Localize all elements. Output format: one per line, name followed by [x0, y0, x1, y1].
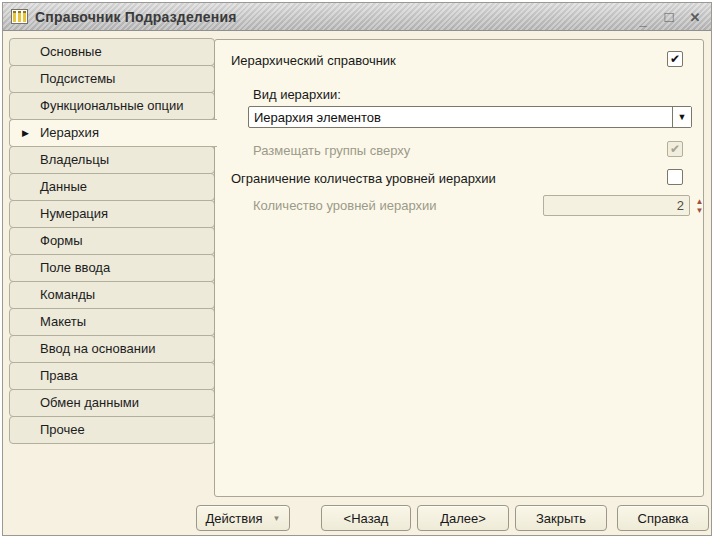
tab-podsistemy[interactable]: Подсистемы — [9, 65, 215, 93]
groups-on-top-label: Размещать группы сверху — [253, 143, 410, 158]
tab-prochee[interactable]: Прочее — [9, 416, 215, 444]
actions-dropdown-icon: ▼ — [273, 514, 281, 523]
next-button[interactable]: Далее> — [417, 505, 509, 531]
hierarchy-kind-label: Вид иерархии: — [253, 87, 341, 102]
levels-count-label: Количество уровней иерархии — [253, 198, 437, 213]
tab-ierarhiya[interactable]: ▶ Иерархия — [9, 119, 217, 147]
dialog-window: Справочник Подразделения _ □ ✕ Основные … — [2, 2, 712, 536]
tab-formy[interactable]: Формы — [9, 227, 215, 255]
window-title: Справочник Подразделения — [35, 9, 237, 25]
help-button[interactable]: Справка — [617, 505, 709, 531]
actions-button[interactable]: Действия ▼ — [196, 505, 290, 531]
limit-levels-checkbox[interactable] — [667, 169, 683, 185]
tab-vladelcy[interactable]: Владельцы — [9, 146, 215, 174]
maximize-icon[interactable]: □ — [661, 9, 677, 25]
hierarchy-kind-value: Иерархия элементов — [249, 110, 672, 125]
hierarchical-checkbox[interactable]: ✔ — [667, 51, 683, 67]
chevron-down-icon[interactable]: ▼ — [672, 107, 691, 127]
tab-makety[interactable]: Макеты — [9, 308, 215, 336]
back-button[interactable]: <Назад — [321, 505, 411, 531]
tab-komandy[interactable]: Команды — [9, 281, 215, 309]
check-icon: ✔ — [670, 53, 680, 65]
selected-tab-marker-icon: ▶ — [22, 120, 29, 146]
sidebar-tabs: Основные Подсистемы Функциональные опции… — [9, 39, 216, 444]
levels-count-input: 2 — [543, 195, 690, 216]
levels-count-stepper: ▲ ▼ — [694, 195, 705, 216]
hierarchical-label: Иерархический справочник — [231, 53, 396, 68]
check-icon: ✔ — [670, 143, 680, 155]
groups-on-top-checkbox: ✔ — [667, 141, 683, 157]
minimize-icon[interactable]: _ — [635, 9, 651, 25]
tab-osnovnye[interactable]: Основные — [9, 38, 215, 66]
close-icon[interactable]: ✕ — [687, 9, 703, 25]
tab-dannye[interactable]: Данные — [9, 173, 215, 201]
settings-panel: Иерархический справочник ✔ Вид иерархии:… — [214, 39, 704, 497]
spinner-down-icon: ▼ — [696, 206, 704, 215]
tab-vvod-na-osnovanii[interactable]: Ввод на основании — [9, 335, 215, 363]
actions-button-label: Действия — [206, 511, 263, 526]
title-bar: Справочник Подразделения _ □ ✕ — [3, 3, 711, 31]
close-button[interactable]: Закрыть — [515, 505, 607, 531]
catalog-icon — [11, 9, 28, 24]
hierarchy-kind-select[interactable]: Иерархия элементов ▼ — [248, 106, 692, 128]
tab-label: Иерархия — [40, 125, 99, 140]
tab-pole-vvoda[interactable]: Поле ввода — [9, 254, 215, 282]
tab-numeraciya[interactable]: Нумерация — [9, 200, 215, 228]
limit-levels-label: Ограничение количества уровней иерархии — [231, 171, 496, 186]
window-controls: _ □ ✕ — [635, 3, 703, 31]
tab-obmen-dannymi[interactable]: Обмен данными — [9, 389, 215, 417]
spinner-up-icon: ▲ — [696, 197, 704, 206]
tab-funkcionalnye-opcii[interactable]: Функциональные опции — [9, 92, 215, 120]
tab-prava[interactable]: Права — [9, 362, 215, 390]
